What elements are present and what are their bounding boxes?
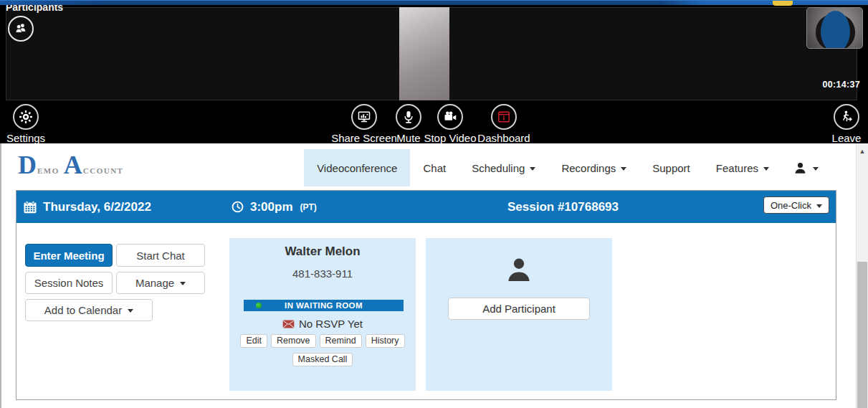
scrollbar-up-arrow[interactable]: ▲ xyxy=(857,146,868,157)
tab-chat[interactable]: Chat xyxy=(410,149,459,186)
gear-icon xyxy=(13,104,39,130)
logo-emo: EMO xyxy=(37,166,59,175)
app-window: Participants 00:14:37 xyxy=(0,0,868,408)
tab-label: Videoconference xyxy=(317,162,397,174)
account-menu-button[interactable] xyxy=(782,149,821,186)
video-camera-icon xyxy=(437,104,463,130)
clock-icon xyxy=(231,200,244,214)
tab-label: Support xyxy=(652,162,690,174)
add-participant-card: Add Participant xyxy=(426,238,612,391)
chevron-down-icon xyxy=(813,167,819,171)
tab-label: Chat xyxy=(423,162,446,174)
session-number: Session #10768693 xyxy=(507,191,619,223)
share-screen-label: Share Screen xyxy=(331,132,397,144)
settings-label: Settings xyxy=(6,132,45,144)
tab-label: Scheduling xyxy=(472,162,525,174)
self-video-thumbnail xyxy=(806,7,863,49)
nav-tabs: Videoconference Chat Scheduling Recordin… xyxy=(304,149,821,186)
session-panel: Thursday, 6/2/2022 3:00pm (PT) Session #… xyxy=(16,190,836,400)
calendar-icon xyxy=(23,200,37,214)
online-status-dot xyxy=(256,303,262,308)
one-click-dropdown-button[interactable]: One-Click xyxy=(763,196,829,214)
mute-label: Mute xyxy=(396,132,420,144)
rsvp-text: No RSVP Yet xyxy=(299,318,363,330)
session-header-bar: Thursday, 6/2/2022 3:00pm (PT) Session #… xyxy=(16,191,836,223)
remote-video-feed xyxy=(399,7,449,100)
session-timezone: (PT) xyxy=(300,202,317,212)
tab-videoconference[interactable]: Videoconference xyxy=(304,149,410,186)
session-body: Enter Meeting Start Chat Session Notes M… xyxy=(16,223,836,399)
tab-label: Recordings xyxy=(561,162,616,174)
add-to-calendar-dropdown-button[interactable]: Add to Calendar xyxy=(25,299,153,321)
settings-button[interactable]: Settings xyxy=(3,104,49,144)
stop-video-label: Stop Video xyxy=(424,132,476,144)
browser-strip-accent xyxy=(773,1,793,6)
start-chat-label: Start Chat xyxy=(136,250,185,262)
masked-call-row: Masked Call xyxy=(229,353,416,366)
add-participant-button[interactable]: Add Participant xyxy=(448,298,590,320)
remind-button[interactable]: Remind xyxy=(320,334,362,348)
tab-scheduling[interactable]: Scheduling xyxy=(459,149,548,186)
leave-button[interactable]: Leave xyxy=(829,104,864,144)
edit-button[interactable]: Edit xyxy=(240,334,267,348)
participants-icon xyxy=(13,21,29,37)
start-chat-button[interactable]: Start Chat xyxy=(116,244,205,267)
chevron-down-icon xyxy=(621,167,626,171)
session-time-text: 3:00pm xyxy=(250,200,293,214)
logo-ccount: CCOUNT xyxy=(83,166,124,175)
one-click-label: One-Click xyxy=(771,200,811,211)
participant-name: Walter Melon xyxy=(229,245,416,259)
tab-recordings[interactable]: Recordings xyxy=(548,149,639,186)
dashboard-button[interactable]: Dashboard xyxy=(472,104,536,144)
call-timer: 00:14:37 xyxy=(823,80,860,90)
status-banner: IN WAITING ROOM xyxy=(244,300,404,311)
session-notes-button[interactable]: Session Notes xyxy=(25,272,113,294)
enter-meeting-label: Enter Meeting xyxy=(33,250,104,262)
share-screen-button[interactable]: Share Screen xyxy=(328,104,400,144)
stop-video-button[interactable]: Stop Video xyxy=(421,104,479,144)
session-notes-label: Session Notes xyxy=(34,277,104,289)
microphone-icon xyxy=(396,104,421,130)
tab-features[interactable]: Features xyxy=(703,149,782,186)
remind-label: Remind xyxy=(325,336,356,346)
main-nav-bar: D EMO A CCOUNT Videoconference Chat Sche… xyxy=(0,143,856,186)
chevron-down-icon xyxy=(128,309,133,313)
manage-dropdown-button[interactable]: Manage xyxy=(116,272,205,294)
chevron-down-icon xyxy=(816,204,822,208)
window-left-edge xyxy=(0,143,1,408)
logo-letter-d: D xyxy=(18,151,37,179)
remove-button[interactable]: Remove xyxy=(271,334,316,348)
rsvp-status: No RSVP Yet xyxy=(229,318,416,330)
enter-meeting-button[interactable]: Enter Meeting xyxy=(25,244,113,267)
masked-call-button[interactable]: Masked Call xyxy=(292,353,353,366)
video-conference-overlay: Participants 00:14:37 xyxy=(0,5,868,143)
leave-runner-icon xyxy=(834,104,859,130)
participants-button[interactable] xyxy=(8,16,34,42)
person-icon xyxy=(504,255,534,285)
leave-label: Leave xyxy=(832,132,862,144)
tab-support[interactable]: Support xyxy=(639,149,703,186)
person-silhouette xyxy=(426,255,612,285)
session-time: 3:00pm (PT) xyxy=(231,191,317,223)
participant-actions-row: Edit Remove Remind History xyxy=(229,334,416,348)
user-icon xyxy=(793,161,807,175)
history-label: History xyxy=(371,336,399,346)
edit-label: Edit xyxy=(246,336,262,346)
logo-letter-a: A xyxy=(64,151,82,179)
page-scrollbar[interactable]: ▲ xyxy=(856,143,868,408)
envelope-icon xyxy=(282,320,295,328)
session-date: Thursday, 6/2/2022 xyxy=(23,191,151,223)
history-button[interactable]: History xyxy=(366,334,405,348)
add-participant-label: Add Participant xyxy=(482,303,555,315)
participant-card: Walter Melon 481-833-911 IN WAITING ROOM… xyxy=(229,238,416,391)
scrollbar-thumb[interactable] xyxy=(857,262,867,408)
session-date-text: Thursday, 6/2/2022 xyxy=(43,200,151,214)
chevron-down-icon xyxy=(763,167,769,171)
dashboard-label: Dashboard xyxy=(477,132,530,144)
remove-label: Remove xyxy=(277,336,310,346)
demo-account-logo[interactable]: D EMO A CCOUNT xyxy=(18,151,128,179)
browser-top-strip xyxy=(0,0,868,5)
chevron-down-icon xyxy=(180,282,186,285)
masked-call-label: Masked Call xyxy=(298,354,348,364)
participant-phone: 481-833-911 xyxy=(229,267,416,280)
